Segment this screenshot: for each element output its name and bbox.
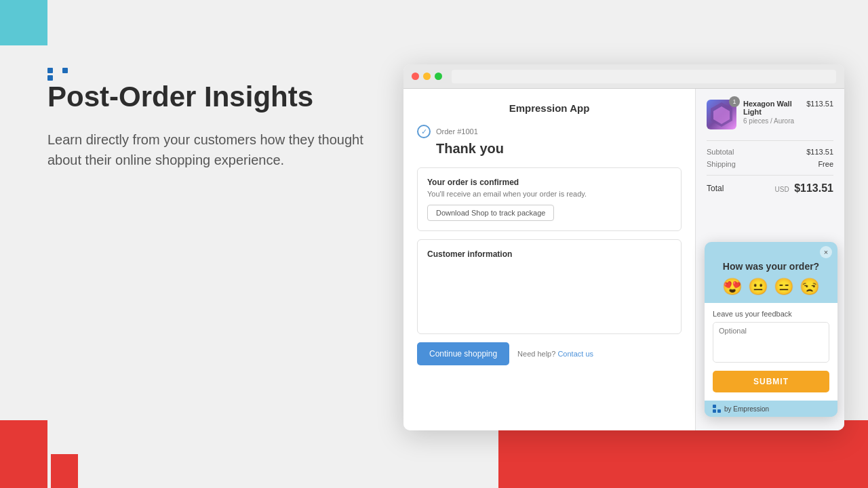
logo-dot xyxy=(55,68,60,73)
product-info: Hexagon Wall Light 6 pieces / Aurora xyxy=(743,100,800,125)
continue-shopping-button[interactable]: Continue shopping xyxy=(417,342,509,365)
contact-link[interactable]: Contact us xyxy=(557,350,593,358)
logo-dots xyxy=(47,68,387,81)
customer-info-title: Customer information xyxy=(427,249,671,259)
confirmation-subtitle: You'll receive an email when your order … xyxy=(427,190,671,198)
footer-dot xyxy=(713,409,716,413)
subtotal-value: $113.51 xyxy=(806,148,833,156)
footer-dot xyxy=(717,405,721,408)
browser-content: Empression App ✓ Order #1001 Thank you Y… xyxy=(403,89,844,430)
emoji-row: 😍 😐 😑 😒 xyxy=(705,279,837,303)
order-number: Order #1001 xyxy=(436,127,478,136)
store-name: Empression App xyxy=(417,102,682,114)
order-summary-panel: 1 Hexagon Wall Light 6 pieces / Aurora $… xyxy=(695,89,844,430)
product-quantity-badge: 1 xyxy=(729,96,740,107)
page-title: Post-Order Insights xyxy=(47,81,387,113)
browser-close-dot[interactable] xyxy=(412,73,419,80)
product-name: Hexagon Wall Light xyxy=(743,100,800,116)
track-package-button[interactable]: Download Shop to track package xyxy=(427,205,554,221)
footer-dot xyxy=(713,405,716,408)
product-image-wrap: 1 xyxy=(707,100,736,129)
browser-url-bar[interactable] xyxy=(452,70,836,83)
thank-you-text: Thank you xyxy=(436,141,682,157)
footer-logo-dots xyxy=(713,405,721,413)
store-header: Empression App xyxy=(417,102,682,114)
customer-info-box: Customer information xyxy=(417,239,682,334)
emoji-angry-button[interactable]: 😒 xyxy=(800,279,820,295)
total-divider xyxy=(707,175,833,176)
bottom-actions: Continue shopping Need help? Contact us xyxy=(417,342,682,365)
emoji-neutral-button[interactable]: 😐 xyxy=(748,279,768,295)
emoji-love-button[interactable]: 😍 xyxy=(722,279,743,295)
confirmation-box: Your order is confirmed You'll receive a… xyxy=(417,167,682,231)
emoji-unhappy-button[interactable]: 😑 xyxy=(774,279,794,295)
total-label: Total xyxy=(707,184,724,193)
widget-close-button[interactable]: × xyxy=(820,246,832,258)
submit-button[interactable]: SUBMIT xyxy=(713,371,829,392)
feedback-form: Leave us your feedback SUBMIT xyxy=(705,303,837,401)
subtotal-row: Subtotal $113.51 xyxy=(707,148,833,156)
order-panel: Empression App ✓ Order #1001 Thank you Y… xyxy=(403,89,695,430)
product-variant: 6 pieces / Aurora xyxy=(743,117,800,125)
total-value: $113.51 xyxy=(794,182,833,194)
deco-red-bottom-left2 xyxy=(51,454,78,488)
logo-dot xyxy=(62,68,68,73)
widget-header: × xyxy=(705,242,837,258)
product-price: $113.51 xyxy=(806,100,833,108)
summary-divider xyxy=(707,140,833,141)
footer-dot xyxy=(717,409,721,413)
browser-maximize-dot[interactable] xyxy=(435,73,442,80)
left-panel: Post-Order Insights Learn directly from … xyxy=(47,68,387,170)
logo-dot xyxy=(47,75,53,81)
browser-bar xyxy=(403,64,844,89)
product-row: 1 Hexagon Wall Light 6 pieces / Aurora $… xyxy=(707,100,833,129)
order-status: ✓ Order #1001 xyxy=(417,125,682,138)
deco-red-bottom-left xyxy=(0,420,47,488)
total-value-group: USD $113.51 xyxy=(775,182,833,195)
browser-window: Empression App ✓ Order #1001 Thank you Y… xyxy=(403,64,844,430)
deco-red-bottom-right xyxy=(498,420,868,488)
page-subtitle: Learn directly from your customers how t… xyxy=(47,129,387,170)
logo-dot xyxy=(55,75,60,81)
shipping-value: Free xyxy=(818,160,833,168)
total-row: Total USD $113.51 xyxy=(707,182,833,195)
deco-teal-square xyxy=(0,0,47,45)
feedback-widget: × How was your order? 😍 😐 😑 😒 Leave us y… xyxy=(705,242,837,417)
shipping-label: Shipping xyxy=(707,160,736,168)
logo-dot xyxy=(62,75,68,81)
total-currency: USD xyxy=(775,186,789,193)
browser-minimize-dot[interactable] xyxy=(423,73,431,80)
subtotal-label: Subtotal xyxy=(707,148,734,156)
need-help-text: Need help? Contact us xyxy=(517,350,593,358)
logo-dot xyxy=(47,68,53,73)
footer-text: by Empression xyxy=(724,405,769,413)
check-icon: ✓ xyxy=(417,125,431,138)
confirmation-title: Your order is confirmed xyxy=(427,178,671,187)
feedback-textarea[interactable] xyxy=(713,322,829,363)
feedback-label: Leave us your feedback xyxy=(713,310,829,318)
widget-footer: by Empression xyxy=(705,401,837,417)
shipping-row: Shipping Free xyxy=(707,160,833,168)
widget-title: How was your order? xyxy=(705,258,837,279)
